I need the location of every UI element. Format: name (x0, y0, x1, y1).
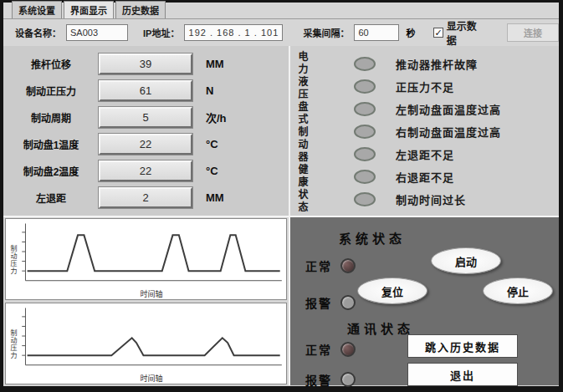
comm-normal-radio[interactable] (340, 342, 356, 357)
toolbar: 设备名称： IP地址： 采集间隔： 秒 ✓ 显示数据 连接 (3, 19, 559, 46)
alarm-row: 制动时间过长 (354, 188, 559, 211)
field-unit: 次/h (206, 109, 227, 125)
field-value: 2 (99, 187, 192, 208)
field-label: 制动正压力 (3, 84, 99, 98)
field-value: 5 (99, 107, 192, 128)
tab-system-settings[interactable]: 系统设置 (12, 1, 62, 18)
system-status-title: 系统状态 (339, 229, 406, 247)
alarm-label: 推动器推杆故障 (396, 56, 478, 72)
alarm-label: 左退距不足 (396, 146, 454, 162)
field-row-disc1-temperature: 制动盘1温度 22 °C (3, 130, 289, 157)
main-area: 推杆位移 39 MM 制动正压力 61 N 制动周期 5 次/h 制动盘1温度 … (3, 46, 559, 216)
measurement-fields: 推杆位移 39 MM 制动正压力 61 N 制动周期 5 次/h 制动盘1温度 … (3, 46, 290, 216)
comm-normal-label: 正常 (305, 341, 332, 358)
system-normal-label: 正常 (305, 257, 332, 274)
chart2-waveform (28, 338, 280, 355)
chart1-y-axis-label: 制动压力 (8, 221, 18, 299)
field-row-pushrod-displacement: 推杆位移 39 MM (3, 50, 289, 77)
comm-normal-row: 正常 (305, 341, 356, 358)
tab-history-data[interactable]: 历史数据 (115, 1, 166, 18)
health-status-panel: 电力液压盘式制动器健康状态 推动器推杆故障 正压力不足 左制动盘面温度过高 右制… (290, 46, 559, 216)
alarm-row: 推动器推杆故障 (354, 53, 559, 75)
device-name-label: 设备名称： (15, 26, 61, 39)
alarm-led-icon (354, 102, 376, 116)
field-unit: N (206, 84, 213, 97)
comm-alarm-label: 报警 (305, 371, 332, 388)
alarm-label: 制动时间过长 (396, 191, 466, 207)
alarm-led-icon (354, 170, 376, 184)
field-value: 61 (99, 80, 192, 101)
comm-alarm-radio[interactable] (340, 372, 356, 387)
comm-alarm-row: 报警 (305, 371, 356, 388)
field-label: 制动盘2温度 (3, 164, 99, 178)
alarm-label: 右退距不足 (396, 169, 454, 185)
comm-status-title: 通讯状态 (347, 319, 414, 337)
field-unit: °C (206, 165, 218, 177)
history-data-button[interactable]: 跳入历史数据 (407, 334, 518, 358)
chart2-y-axis-label: 制动压力 (8, 305, 18, 384)
stop-button[interactable]: 停止 (483, 277, 553, 304)
ip-address-input[interactable] (184, 24, 283, 41)
show-data-checkbox[interactable]: ✓ 显示数据 (433, 18, 484, 47)
alarm-row: 右退距不足 (354, 165, 559, 188)
charts-column: 制动压力 时间轴 制动压力 (3, 217, 290, 385)
alarm-led-icon (354, 147, 376, 161)
tab-interface-display[interactable]: 界面显示 (64, 1, 114, 18)
alarm-list: 推动器推杆故障 正压力不足 左制动盘面温度过高 右制动盘面温度过高 左退距不足 (327, 46, 559, 216)
field-value: 22 (99, 160, 192, 181)
alarm-row: 左制动盘面温度过高 (354, 98, 559, 120)
field-label: 制动周期 (3, 110, 99, 125)
interval-input[interactable] (354, 24, 399, 41)
health-panel-vertical-title: 电力液压盘式制动器健康状态 (295, 46, 327, 216)
chart1-plot (18, 221, 284, 288)
alarm-row: 左退距不足 (354, 143, 559, 165)
reset-button[interactable]: 复位 (357, 277, 427, 304)
app-window: 系统设置 界面显示 历史数据 设备名称： IP地址： 采集间隔： 秒 ✓ 显示数… (3, 3, 559, 386)
bottom-area: 制动压力 时间轴 制动压力 (3, 216, 559, 385)
alarm-led-icon (354, 79, 376, 94)
system-normal-radio[interactable] (340, 258, 356, 273)
field-row-disc2-temperature: 制动盘2温度 22 °C (3, 157, 289, 184)
field-unit: MM (206, 191, 224, 204)
brake-pressure-chart-1: 制动压力 时间轴 (5, 218, 287, 300)
control-panel: 系统状态 正常 报警 启动 复位 停止 通讯状态 正常 报警 跳入历史数据 (290, 217, 559, 385)
connect-button[interactable]: 连接 (507, 23, 559, 42)
alarm-label: 左制动盘面温度过高 (396, 101, 501, 117)
chart2-x-axis-label: 时间轴 (18, 373, 284, 384)
system-alarm-radio[interactable] (340, 295, 356, 310)
field-value: 39 (99, 53, 192, 74)
field-unit: °C (206, 138, 218, 150)
alarm-led-icon (354, 125, 376, 139)
show-data-label: 显示数据 (447, 18, 484, 47)
checkbox-check-icon: ✓ (433, 28, 443, 38)
field-unit: MM (206, 58, 224, 70)
ip-address-label: IP地址： (143, 26, 179, 39)
field-row-brake-cycle: 制动周期 5 次/h (3, 104, 289, 130)
brake-pressure-chart-2: 制动压力 时间轴 (5, 303, 287, 384)
alarm-row: 右制动盘面温度过高 (354, 120, 559, 143)
alarm-label: 正压力不足 (396, 79, 454, 94)
alarm-label: 右制动盘面温度过高 (396, 124, 501, 140)
exit-button[interactable]: 退出 (407, 363, 518, 386)
alarm-led-icon (354, 57, 376, 71)
interval-label: 采集间隔： (303, 26, 349, 39)
system-normal-row: 正常 (305, 257, 356, 274)
interval-unit: 秒 (406, 26, 415, 39)
chart2-plot (18, 305, 284, 373)
field-row-left-retraction: 左退距 2 MM (3, 184, 289, 211)
system-alarm-label: 报警 (305, 294, 332, 311)
system-alarm-row: 报警 (305, 294, 356, 311)
tab-bar: 系统设置 界面显示 历史数据 (3, 3, 559, 19)
field-value: 22 (99, 134, 192, 155)
alarm-led-icon (354, 192, 376, 206)
start-button[interactable]: 启动 (431, 247, 501, 274)
field-label: 推杆位移 (3, 57, 99, 71)
field-label: 左退距 (3, 191, 99, 205)
chart1-x-axis-label: 时间轴 (18, 288, 284, 299)
chart1-waveform (28, 235, 280, 271)
device-name-input[interactable] (66, 24, 128, 41)
field-row-brake-pressure: 制动正压力 61 N (3, 77, 289, 104)
field-label: 制动盘1温度 (3, 137, 99, 151)
alarm-row: 正压力不足 (354, 75, 559, 98)
